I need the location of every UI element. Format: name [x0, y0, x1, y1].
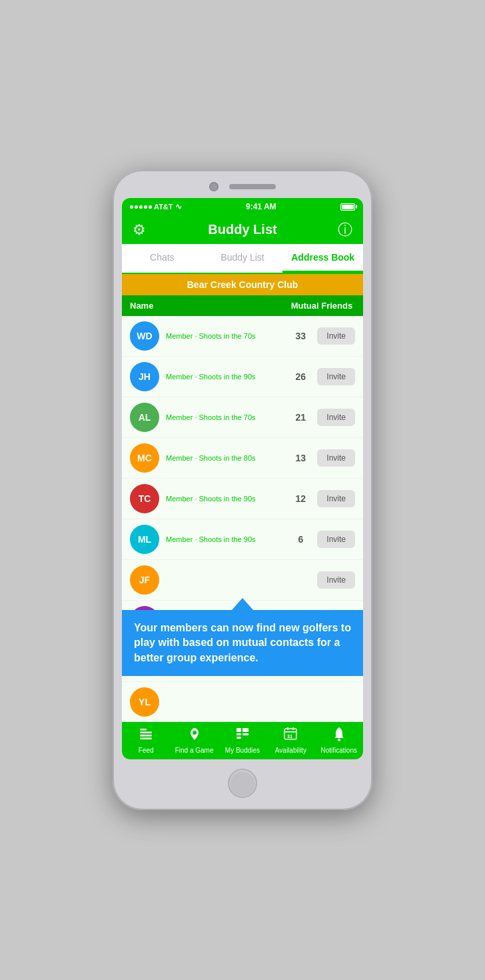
item-info: Member · Shoots in the 80s: [166, 454, 284, 462]
nav-label-feed: Feed: [139, 747, 154, 754]
avatar: JH: [130, 362, 159, 391]
list-item: JH Member · Shoots in the 90s 26 Invite: [122, 357, 363, 397]
svg-rect-3: [140, 738, 152, 740]
battery-icon: [340, 203, 355, 211]
status-right: [340, 203, 355, 211]
phone-top-hardware: [122, 182, 363, 191]
speaker-grille: [229, 184, 276, 189]
avatar: YL: [130, 687, 159, 717]
col-mutual-header: Mutual Friends: [288, 301, 355, 311]
invite-button[interactable]: Invite: [317, 531, 355, 548]
svg-rect-5: [237, 728, 241, 732]
invite-button[interactable]: Invite: [317, 490, 355, 507]
svg-text:31: 31: [287, 734, 292, 739]
mutual-count: 21: [284, 412, 317, 423]
svg-rect-12: [292, 727, 294, 730]
camera-dot: [209, 182, 219, 191]
item-info: Member · Shoots in the 70s: [166, 332, 284, 340]
mutual-count: 12: [284, 493, 317, 504]
tab-chats[interactable]: Chats: [122, 244, 203, 273]
svg-point-15: [338, 739, 340, 741]
avatar: MC: [130, 443, 159, 473]
mutual-count: 13: [284, 453, 317, 463]
svg-rect-2: [140, 735, 152, 737]
item-subtitle: Member · Shoots in the 70s: [166, 332, 284, 340]
svg-rect-1: [140, 732, 152, 734]
wifi-icon: ∿: [175, 202, 182, 211]
phone-frame: AT&T ∿ 9:41 AM ⚙ Buddy List ⓘ Chats Budd…: [113, 170, 372, 810]
svg-rect-0: [140, 729, 147, 731]
home-button[interactable]: [228, 769, 257, 798]
svg-rect-6: [237, 733, 241, 735]
table-header: Name Mutual Friends: [122, 295, 363, 316]
svg-rect-9: [242, 733, 248, 735]
list-item: MC Member · Shoots in the 80s 13 Invite: [122, 438, 363, 479]
mutual-count: 26: [284, 371, 317, 382]
status-bar: AT&T ∿ 9:41 AM: [122, 198, 363, 215]
item-subtitle: Member · Shoots in the 90s: [166, 495, 284, 503]
item-subtitle: Member · Shoots in the 70s: [166, 413, 284, 421]
settings-icon[interactable]: ⚙: [133, 221, 146, 239]
invite-button[interactable]: Invite: [317, 368, 355, 385]
avatar: TC: [130, 484, 159, 513]
nav-label-availability: Availability: [275, 747, 306, 754]
svg-rect-13: [284, 731, 296, 733]
invite-button[interactable]: Invite: [317, 409, 355, 426]
bottom-nav: Feed Find a Game: [122, 722, 363, 759]
section-header: Bear Creek Country Club: [122, 274, 363, 295]
avatar: JF: [130, 565, 159, 595]
page-title: Buddy List: [208, 222, 276, 237]
nav-label-find-game: Find a Game: [175, 747, 214, 754]
find-game-icon: [187, 726, 203, 745]
item-subtitle: Member · Shoots in the 90s: [166, 373, 284, 381]
list-item: ML Member · Shoots in the 90s 6 Invite: [122, 519, 363, 560]
item-info: Member · Shoots in the 70s: [166, 413, 284, 421]
nav-item-my-buddies[interactable]: My Buddies: [223, 726, 262, 754]
svg-rect-11: [287, 727, 288, 730]
buddies-icon: [235, 726, 250, 745]
carrier-label: AT&T: [154, 203, 173, 211]
item-info: Member · Shoots in the 90s: [166, 495, 284, 503]
svg-rect-8: [242, 728, 248, 732]
phone-screen: AT&T ∿ 9:41 AM ⚙ Buddy List ⓘ Chats Budd…: [122, 198, 363, 759]
tab-buddy-list[interactable]: Buddy List: [203, 244, 283, 273]
item-info: Member · Shoots in the 90s: [166, 373, 284, 381]
list-item: WD Member · Shoots in the 70s 33 Invite: [122, 316, 363, 357]
item-subtitle: Member · Shoots in the 90s: [166, 535, 284, 543]
availability-icon: 31: [282, 726, 298, 745]
invite-button[interactable]: Invite: [317, 327, 355, 345]
tooltip-overlay: Your members can now find new golfers to…: [122, 601, 363, 676]
nav-bar: ⚙ Buddy List ⓘ: [122, 215, 363, 244]
tooltip-section: EB Elle CR YL Your members can now find …: [122, 601, 363, 722]
item-subtitle: Member · Shoots in the 80s: [166, 454, 284, 462]
nav-item-notifications[interactable]: Notifications: [319, 726, 359, 754]
status-left: AT&T ∿: [130, 202, 182, 211]
invite-button[interactable]: Invite: [317, 449, 355, 467]
avatar: WD: [130, 321, 159, 351]
nav-item-feed[interactable]: Feed: [126, 726, 166, 754]
phone-bottom: [122, 769, 363, 798]
status-time: 9:41 AM: [246, 202, 276, 211]
svg-point-4: [193, 731, 197, 735]
notifications-icon: [331, 726, 347, 745]
signal-dots: [130, 205, 152, 209]
list-item: YL: [122, 682, 363, 722]
mutual-count: 6: [284, 534, 317, 545]
list-item: JF Invite: [122, 560, 363, 601]
nav-label-notifications: Notifications: [321, 747, 357, 754]
list-item: AL Member · Shoots in the 70s 21 Invite: [122, 397, 363, 438]
info-icon[interactable]: ⓘ: [338, 220, 352, 240]
svg-rect-7: [237, 737, 241, 739]
nav-item-find-game[interactable]: Find a Game: [175, 726, 215, 754]
mutual-count: 33: [284, 331, 317, 341]
tab-address-book[interactable]: Address Book: [282, 244, 363, 273]
tooltip-text: Your members can now find new golfers to…: [122, 610, 363, 676]
list-item: TC Member · Shoots in the 90s 12 Invite: [122, 479, 363, 519]
item-info: Member · Shoots in the 90s: [166, 535, 284, 543]
feed-icon: [138, 726, 154, 745]
invite-button[interactable]: Invite: [317, 571, 355, 589]
battery-fill: [342, 205, 354, 209]
avatar: ML: [130, 525, 159, 554]
nav-label-my-buddies: My Buddies: [225, 747, 260, 754]
nav-item-availability[interactable]: 31 Availability: [270, 726, 310, 754]
